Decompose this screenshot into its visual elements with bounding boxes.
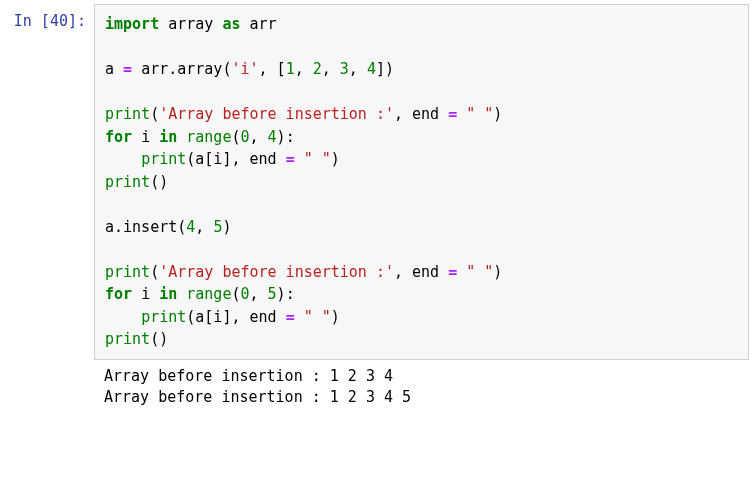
kwarg-end: end — [250, 308, 277, 326]
rparen: ) — [331, 150, 340, 168]
name-arr: arr — [141, 60, 168, 78]
str-before: 'Array before insertion :' — [159, 263, 394, 281]
comma: , — [250, 128, 259, 146]
lparen: ( — [186, 308, 195, 326]
insert: insert — [123, 218, 177, 236]
lparen: ( — [177, 218, 186, 236]
colon: : — [286, 128, 295, 146]
list-close: ] — [376, 60, 385, 78]
num-4c: 4 — [186, 218, 195, 236]
code-input[interactable]: import array as arr a = arr.array('i', [… — [94, 4, 749, 360]
rparen: ) — [493, 263, 502, 281]
rparen: ) — [331, 308, 340, 326]
comma: , — [295, 60, 304, 78]
alias-arr: arr — [250, 15, 277, 33]
stdout-output: Array before insertion : 1 2 3 4 Array b… — [94, 360, 749, 416]
prompt-number: 40 — [50, 12, 68, 30]
print-empty: print — [105, 330, 150, 348]
kw-as: as — [222, 15, 240, 33]
kw-for: for — [105, 285, 132, 303]
list-open: [ — [277, 60, 286, 78]
kw-in: in — [159, 128, 177, 146]
range: range — [186, 285, 231, 303]
num-2: 2 — [313, 60, 322, 78]
output-cell: Array before insertion : 1 2 3 4 Array b… — [4, 360, 749, 416]
lparen: ( — [150, 173, 159, 191]
colon: : — [286, 285, 295, 303]
indent — [105, 150, 141, 168]
comma: , — [250, 285, 259, 303]
str-space: " " — [466, 105, 493, 123]
output-prompt — [4, 360, 94, 416]
str-space: " " — [304, 150, 331, 168]
num-0b: 0 — [240, 285, 249, 303]
lparen: ( — [150, 105, 159, 123]
print: print — [105, 105, 150, 123]
kw-for: for — [105, 128, 132, 146]
kwarg-end: end — [412, 263, 439, 281]
kwarg-end: end — [412, 105, 439, 123]
a-sub-i: a[i] — [195, 150, 231, 168]
op-eq: = — [123, 60, 132, 78]
comma: , — [322, 60, 331, 78]
num-3: 3 — [340, 60, 349, 78]
var-i: i — [141, 285, 150, 303]
op-eq: = — [448, 263, 457, 281]
mod-array: array — [168, 15, 213, 33]
comma: , — [394, 263, 403, 281]
lparen: ( — [150, 330, 159, 348]
rparen: ) — [493, 105, 502, 123]
range: range — [186, 128, 231, 146]
print-inner: print — [141, 308, 186, 326]
num-1: 1 — [286, 60, 295, 78]
input-prompt: In [40]: — [4, 4, 94, 360]
comma: , — [195, 218, 204, 236]
comma: , — [259, 60, 268, 78]
lparen: ( — [186, 150, 195, 168]
num-4b: 4 — [268, 128, 277, 146]
comma: , — [394, 105, 403, 123]
op-eq: = — [286, 308, 295, 326]
print-inner: print — [141, 150, 186, 168]
op-eq: = — [286, 150, 295, 168]
rparen: ) — [159, 173, 168, 191]
kw-import: import — [105, 15, 159, 33]
op-eq: = — [448, 105, 457, 123]
rparen: ) — [277, 285, 286, 303]
rparen: ) — [385, 60, 394, 78]
comma: , — [349, 60, 358, 78]
var-i: i — [141, 128, 150, 146]
dot: . — [168, 60, 177, 78]
comma: , — [231, 308, 240, 326]
output-line-1: Array before insertion : 1 2 3 4 — [104, 367, 402, 385]
prompt-in-open: In [ — [14, 12, 50, 30]
rparen: ) — [159, 330, 168, 348]
prompt-in-close: ]: — [68, 12, 86, 30]
print: print — [105, 263, 150, 281]
str-space: " " — [466, 263, 493, 281]
code-cell: In [40]: import array as arr a = arr.arr… — [4, 4, 749, 360]
num-4: 4 — [367, 60, 376, 78]
str-space: " " — [304, 308, 331, 326]
comma: , — [231, 150, 240, 168]
indent — [105, 308, 141, 326]
output-line-2: Array before insertion : 1 2 3 4 5 — [104, 388, 420, 406]
str-i: 'i' — [231, 60, 258, 78]
a-sub-i: a[i] — [195, 308, 231, 326]
call-array: array — [177, 60, 222, 78]
num-5b: 5 — [268, 285, 277, 303]
kwarg-end: end — [250, 150, 277, 168]
num-0: 0 — [240, 128, 249, 146]
print-empty: print — [105, 173, 150, 191]
var-a: a — [105, 218, 114, 236]
rparen: ) — [277, 128, 286, 146]
dot: . — [114, 218, 123, 236]
var-a: a — [105, 60, 114, 78]
str-before: 'Array before insertion :' — [159, 105, 394, 123]
rparen: ) — [222, 218, 231, 236]
kw-in: in — [159, 285, 177, 303]
lparen: ( — [150, 263, 159, 281]
